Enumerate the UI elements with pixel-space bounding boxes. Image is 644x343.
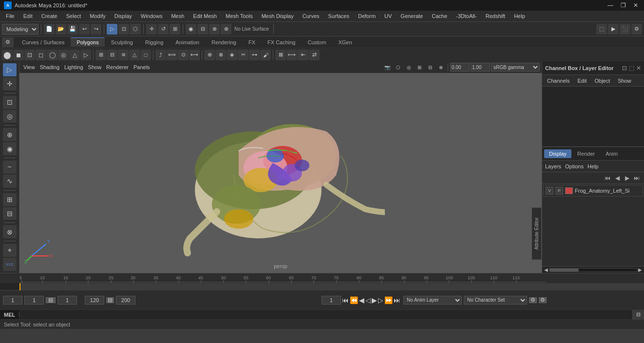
smooth-button[interactable]: ≋ <box>118 50 129 60</box>
torus-button[interactable]: ◎ <box>58 50 69 60</box>
tab-rendering[interactable]: Rendering <box>206 38 242 47</box>
paint-tool-button[interactable]: 🖌 <box>260 50 271 60</box>
cmd-history-button[interactable]: ⊟ <box>632 310 644 320</box>
collapse-edge-button[interactable]: ⇤ <box>298 50 308 60</box>
scroll-track[interactable] <box>549 268 637 272</box>
rb-arrow-next[interactable]: ▶ <box>623 175 631 181</box>
rotate-tool-button[interactable]: ↺ <box>158 24 169 35</box>
brush-lt[interactable]: ∿ <box>3 175 17 188</box>
anim-layer-dropdown[interactable]: No Anim Layer <box>403 296 462 305</box>
vp-menu-show[interactable]: Show <box>86 62 104 72</box>
snap-to-surface-button[interactable]: ⊗ <box>221 24 231 35</box>
extrude-button[interactable]: ⤴ <box>155 50 166 60</box>
paint-lt[interactable]: ◎ <box>3 110 17 123</box>
maximize-button[interactable]: ❐ <box>619 2 627 9</box>
rb-tab-anim[interactable]: Anim <box>601 149 623 158</box>
menu-modify[interactable]: Modify <box>86 12 109 20</box>
go-end-button[interactable]: ⏭ <box>394 296 400 304</box>
redo-button[interactable]: ↪ <box>91 24 101 35</box>
cb-dock-button[interactable]: ⊡ <box>622 65 627 72</box>
tab-animation[interactable]: Animation <box>170 38 205 47</box>
vp-icon-1[interactable]: ⬡ <box>393 62 403 72</box>
timeline-bar[interactable] <box>19 283 644 290</box>
anim-settings-button[interactable]: ⚙ <box>529 297 537 303</box>
vp-icon-4[interactable]: ⊟ <box>425 62 435 72</box>
layer-playback-button[interactable]: P <box>555 187 563 195</box>
fill-hole-button[interactable]: ⊙ <box>178 50 189 60</box>
vp-icon-3[interactable]: ⊞ <box>415 62 424 72</box>
new-scene-button[interactable]: 📄 <box>44 24 55 35</box>
menu-uv[interactable]: UV <box>380 12 396 20</box>
open-scene-button[interactable]: 📂 <box>56 24 66 35</box>
cb-nav-edit[interactable]: Edit <box>575 77 588 85</box>
cb-float-button[interactable]: ⬚ <box>629 65 634 72</box>
sculpt-lt[interactable]: ~ <box>3 161 17 174</box>
rb-tab-display[interactable]: Display <box>544 149 571 158</box>
combine-button[interactable]: ⊞ <box>95 50 106 60</box>
attribute-editor-tab[interactable]: Attribute Editor <box>531 207 542 260</box>
prev-frame-button[interactable]: ⏪ <box>350 296 358 304</box>
rb-arrow-last[interactable]: ⏭ <box>632 175 641 181</box>
camera-lt[interactable]: ⊗ <box>3 225 17 238</box>
menu-edit-mesh[interactable]: Edit Mesh <box>189 12 221 20</box>
snap-lt[interactable]: ⊕ <box>3 128 17 141</box>
menu-curves[interactable]: Curves <box>299 12 323 20</box>
bridge-button[interactable]: ⟺ <box>167 50 177 60</box>
frame-icon[interactable]: ▤ <box>46 297 56 303</box>
plane-button[interactable]: ◻ <box>36 50 46 60</box>
layer-color-swatch[interactable] <box>565 187 573 194</box>
coords-lt[interactable]: XYZ <box>3 258 17 271</box>
menu-generate[interactable]: Generate <box>397 12 427 20</box>
minimize-button[interactable]: — <box>606 2 615 9</box>
menu-mesh-tools[interactable]: Mesh Tools <box>222 12 256 20</box>
vp-menu-renderer[interactable]: Renderer <box>104 62 131 72</box>
menu-select[interactable]: Select <box>62 12 85 20</box>
menu-cache[interactable]: Cache <box>428 12 451 20</box>
rb-arrow-first[interactable]: ⏮ <box>603 175 612 181</box>
scale-tool-button[interactable]: ⊞ <box>170 24 180 35</box>
command-input[interactable] <box>19 310 632 319</box>
undo-button[interactable]: ↩ <box>79 24 90 35</box>
append-face-button[interactable]: ⊠ <box>275 50 286 60</box>
tab-sculpting[interactable]: Sculpting <box>105 38 139 47</box>
end-frame-icon[interactable]: ▤ <box>106 297 114 303</box>
separate-button[interactable]: ⊟ <box>107 50 117 60</box>
render-settings-button[interactable]: ⬚ <box>596 24 607 35</box>
select-tool-button[interactable]: ▷ <box>107 24 117 35</box>
soft-select-button[interactable]: ◉ <box>186 24 196 35</box>
menu-3dtool[interactable]: -3DtoAll- <box>452 12 481 20</box>
menu-mesh[interactable]: Mesh <box>167 12 188 20</box>
cube-button[interactable]: ◼ <box>13 50 24 60</box>
cb-nav-show[interactable]: Show <box>616 77 633 85</box>
rb-menu-options[interactable]: Options <box>565 163 584 169</box>
snap-to-point-button[interactable]: ⊕ <box>209 24 220 35</box>
tab-rigging[interactable]: Rigging <box>139 38 169 47</box>
layer-visible-button[interactable]: V <box>546 187 553 195</box>
tab-fx[interactable]: FX <box>243 38 261 47</box>
menu-surfaces[interactable]: Surfaces <box>324 12 353 20</box>
cb-close-button[interactable]: ✕ <box>636 65 641 72</box>
range-end-display[interactable]: 200 <box>116 296 135 305</box>
snap-to-grid-button[interactable]: ⊟ <box>197 24 208 35</box>
vp-menu-view[interactable]: View <box>21 62 37 72</box>
save-scene-button[interactable]: 💾 <box>67 24 78 35</box>
vp-x-input[interactable] <box>450 63 470 72</box>
vp-menu-panels[interactable]: Panels <box>132 62 152 72</box>
lasso-lt[interactable]: ⊡ <box>3 96 17 109</box>
timeline-ruler[interactable]: 5 10 15 20 25 30 35 40 45 50 55 60 65 70… <box>0 273 644 283</box>
disk-button[interactable]: ◯ <box>47 50 57 60</box>
menu-create[interactable]: Create <box>38 12 61 20</box>
window-controls[interactable]: — ❐ ✕ <box>606 2 640 9</box>
character-set-dropdown[interactable]: No Character Set <box>464 296 527 305</box>
insert-edge-button[interactable]: ⊕ <box>204 50 215 60</box>
multi-cut-button[interactable]: ✂ <box>238 50 248 60</box>
start-frame-display[interactable]: 1 <box>3 296 22 305</box>
menu-deform[interactable]: Deform <box>354 12 379 20</box>
menu-edit[interactable]: Edit <box>19 12 37 20</box>
rb-arrow-prev[interactable]: ◀ <box>613 175 622 181</box>
bevel-button[interactable]: ◈ <box>227 50 237 60</box>
menu-file[interactable]: File <box>2 12 19 20</box>
sphere-button[interactable]: ⬤ <box>2 50 13 60</box>
target-weld-button[interactable]: ⊶ <box>249 50 260 60</box>
next-frame-button[interactable]: ⏩ <box>384 296 393 304</box>
